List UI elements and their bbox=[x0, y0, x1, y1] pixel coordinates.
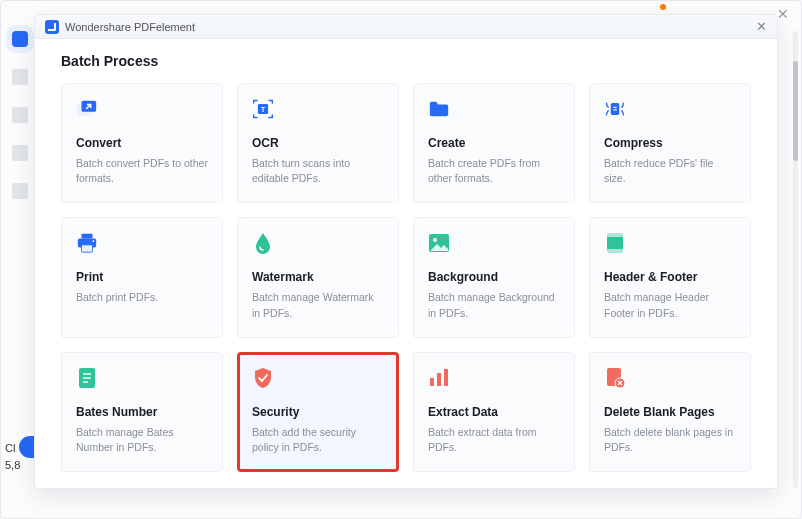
svg-rect-7 bbox=[82, 234, 93, 239]
card-delete-blank-pages[interactable]: Delete Blank Pages Batch delete blank pa… bbox=[589, 352, 751, 472]
modal-titlebar: Wondershare PDFelement ✕ bbox=[35, 15, 777, 39]
svg-rect-15 bbox=[607, 249, 623, 253]
convert-icon bbox=[76, 98, 98, 120]
card-desc: Batch print PDFs. bbox=[76, 290, 208, 305]
app-close-icon[interactable]: ✕ bbox=[777, 7, 789, 21]
water-drop-icon bbox=[252, 232, 274, 254]
svg-rect-14 bbox=[607, 233, 623, 237]
bar-chart-icon bbox=[428, 367, 450, 389]
card-desc: Batch manage Background in PDFs. bbox=[428, 290, 560, 320]
card-desc: Batch extract data from PDFs. bbox=[428, 425, 560, 455]
card-title: Extract Data bbox=[428, 405, 560, 419]
svg-rect-22 bbox=[444, 369, 448, 386]
svg-point-10 bbox=[93, 241, 95, 243]
svg-rect-20 bbox=[430, 378, 434, 386]
card-ocr[interactable]: T OCR Batch turn scans into editable PDF… bbox=[237, 83, 399, 203]
card-title: Convert bbox=[76, 136, 208, 150]
card-compress[interactable]: Compress Batch reduce PDFs' file size. bbox=[589, 83, 751, 203]
card-desc: Batch create PDFs from other formats. bbox=[428, 156, 560, 186]
scrollbar-thumb[interactable] bbox=[793, 61, 798, 161]
card-desc: Batch manage Watermark in PDFs. bbox=[252, 290, 384, 320]
card-title: Delete Blank Pages bbox=[604, 405, 736, 419]
svg-rect-9 bbox=[82, 245, 93, 252]
printer-icon bbox=[76, 232, 98, 254]
card-desc: Batch turn scans into editable PDFs. bbox=[252, 156, 384, 186]
svg-rect-4 bbox=[611, 103, 619, 115]
card-title: Security bbox=[252, 405, 384, 419]
card-header-footer[interactable]: Header & Footer Batch manage Header Foot… bbox=[589, 217, 751, 337]
svg-point-12 bbox=[433, 238, 437, 242]
card-watermark[interactable]: Watermark Batch manage Watermark in PDFs… bbox=[237, 217, 399, 337]
page-title: Batch Process bbox=[61, 53, 751, 69]
card-title: Compress bbox=[604, 136, 736, 150]
sidebar-item-4[interactable] bbox=[12, 145, 28, 161]
card-bates-number[interactable]: Bates Number Batch manage Bates Number i… bbox=[61, 352, 223, 472]
image-icon bbox=[428, 232, 450, 254]
card-title: OCR bbox=[252, 136, 384, 150]
folder-icon bbox=[428, 98, 450, 120]
card-desc: Batch convert PDFs to other formats. bbox=[76, 156, 208, 186]
document-number-icon bbox=[76, 367, 98, 389]
card-background[interactable]: Background Batch manage Background in PD… bbox=[413, 217, 575, 337]
app-title: Wondershare PDFelement bbox=[65, 21, 195, 33]
sidebar-item-2[interactable] bbox=[12, 69, 28, 85]
page-layout-icon bbox=[604, 232, 626, 254]
compress-icon bbox=[604, 98, 626, 120]
card-title: Create bbox=[428, 136, 560, 150]
card-create[interactable]: Create Batch create PDFs from other form… bbox=[413, 83, 575, 203]
card-title: Print bbox=[76, 270, 208, 284]
sidebar-item-home[interactable] bbox=[12, 31, 28, 47]
sidebar-item-5[interactable] bbox=[12, 183, 28, 199]
ocr-icon: T bbox=[252, 98, 274, 120]
sidebar-item-3[interactable] bbox=[12, 107, 28, 123]
batch-process-modal: Wondershare PDFelement ✕ Batch Process C… bbox=[34, 14, 778, 489]
modal-content: Batch Process Convert Batch convert PDFs… bbox=[35, 39, 777, 488]
card-security[interactable]: Security Batch add the security policy i… bbox=[237, 352, 399, 472]
card-extract-data[interactable]: Extract Data Batch extract data from PDF… bbox=[413, 352, 575, 472]
card-desc: Batch reduce PDFs' file size. bbox=[604, 156, 736, 186]
card-desc: Batch manage Bates Number in PDFs. bbox=[76, 425, 208, 455]
card-title: Background bbox=[428, 270, 560, 284]
delete-page-icon bbox=[604, 367, 626, 389]
card-desc: Batch add the security policy in PDFs. bbox=[252, 425, 384, 455]
bg-partial-text: Cl 5,8 bbox=[5, 440, 20, 473]
batch-options-grid: Convert Batch convert PDFs to other form… bbox=[61, 83, 751, 472]
modal-close-button[interactable]: ✕ bbox=[756, 20, 767, 33]
card-title: Header & Footer bbox=[604, 270, 736, 284]
card-convert[interactable]: Convert Batch convert PDFs to other form… bbox=[61, 83, 223, 203]
notification-dot-icon bbox=[660, 4, 666, 10]
card-desc: Batch manage Header Footer in PDFs. bbox=[604, 290, 736, 320]
svg-rect-21 bbox=[437, 373, 441, 386]
app-logo-icon bbox=[45, 20, 59, 34]
card-title: Watermark bbox=[252, 270, 384, 284]
card-desc: Batch delete blank pages in PDFs. bbox=[604, 425, 736, 455]
card-print[interactable]: Print Batch print PDFs. bbox=[61, 217, 223, 337]
card-title: Bates Number bbox=[76, 405, 208, 419]
shield-icon bbox=[252, 367, 274, 389]
